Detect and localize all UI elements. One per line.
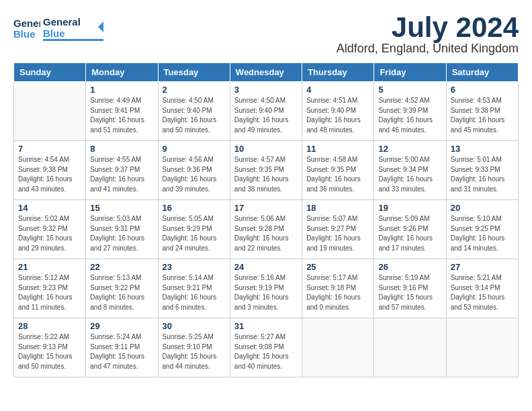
calendar-table: Sunday Monday Tuesday Wednesday Thursday… <box>13 62 519 377</box>
day-number: 6 <box>451 85 514 95</box>
day-info: Sunrise: 5:24 AM Sunset: 9:11 PM Dayligh… <box>90 332 153 371</box>
calendar-cell: 22Sunrise: 5:13 AM Sunset: 9:22 PM Dayli… <box>86 259 158 318</box>
calendar-cell <box>14 82 86 141</box>
calendar-week-row: 14Sunrise: 5:02 AM Sunset: 9:32 PM Dayli… <box>14 200 519 259</box>
day-info: Sunrise: 5:16 AM Sunset: 9:19 PM Dayligh… <box>234 273 298 312</box>
svg-rect-6 <box>43 39 103 41</box>
calendar-cell <box>374 318 446 377</box>
svg-text:General: General <box>43 16 81 28</box>
day-number: 30 <box>163 321 226 331</box>
calendar-header-row: Sunday Monday Tuesday Wednesday Thursday… <box>14 63 519 82</box>
day-number: 17 <box>234 203 298 213</box>
day-number: 26 <box>378 262 441 272</box>
calendar-cell: 24Sunrise: 5:16 AM Sunset: 9:19 PM Dayli… <box>230 259 302 318</box>
day-info: Sunrise: 4:49 AM Sunset: 9:41 PM Dayligh… <box>90 96 153 135</box>
day-info: Sunrise: 5:07 AM Sunset: 9:27 PM Dayligh… <box>306 214 369 253</box>
svg-text:Blue: Blue <box>43 28 65 39</box>
calendar-cell: 30Sunrise: 5:25 AM Sunset: 9:10 PM Dayli… <box>158 318 230 377</box>
day-number: 22 <box>90 262 153 272</box>
day-info: Sunrise: 4:52 AM Sunset: 9:39 PM Dayligh… <box>378 96 441 135</box>
col-saturday: Saturday <box>446 63 518 82</box>
day-number: 15 <box>90 203 153 213</box>
day-number: 28 <box>18 321 81 331</box>
calendar-cell: 25Sunrise: 5:17 AM Sunset: 9:18 PM Dayli… <box>302 259 374 318</box>
day-info: Sunrise: 5:01 AM Sunset: 9:33 PM Dayligh… <box>451 155 514 194</box>
calendar-cell: 23Sunrise: 5:14 AM Sunset: 9:21 PM Dayli… <box>158 259 230 318</box>
day-number: 24 <box>234 262 298 272</box>
calendar-cell: 31Sunrise: 5:27 AM Sunset: 9:08 PM Dayli… <box>230 318 302 377</box>
day-number: 11 <box>306 144 369 154</box>
calendar-week-row: 28Sunrise: 5:22 AM Sunset: 9:13 PM Dayli… <box>14 318 519 377</box>
svg-text:General: General <box>13 17 40 29</box>
day-number: 19 <box>378 203 441 213</box>
calendar-cell: 5Sunrise: 4:52 AM Sunset: 9:39 PM Daylig… <box>374 82 446 141</box>
calendar-cell: 18Sunrise: 5:07 AM Sunset: 9:27 PM Dayli… <box>302 200 374 259</box>
day-number: 27 <box>451 262 514 272</box>
day-number: 12 <box>378 144 441 154</box>
day-info: Sunrise: 5:17 AM Sunset: 9:18 PM Dayligh… <box>306 273 369 312</box>
calendar-cell: 20Sunrise: 5:10 AM Sunset: 9:25 PM Dayli… <box>446 200 518 259</box>
calendar-cell <box>302 318 374 377</box>
svg-text:Blue: Blue <box>13 28 36 40</box>
calendar-cell: 9Sunrise: 4:56 AM Sunset: 9:36 PM Daylig… <box>158 141 230 200</box>
logo: General Blue General Blue <box>13 13 103 43</box>
day-info: Sunrise: 5:00 AM Sunset: 9:34 PM Dayligh… <box>378 155 441 194</box>
day-number: 10 <box>234 144 298 154</box>
day-info: Sunrise: 5:03 AM Sunset: 9:31 PM Dayligh… <box>90 214 153 253</box>
calendar-week-row: 21Sunrise: 5:12 AM Sunset: 9:23 PM Dayli… <box>14 259 519 318</box>
day-number: 3 <box>234 85 298 95</box>
day-info: Sunrise: 5:22 AM Sunset: 9:13 PM Dayligh… <box>18 332 81 371</box>
day-info: Sunrise: 4:50 AM Sunset: 9:40 PM Dayligh… <box>163 96 226 135</box>
calendar-cell: 17Sunrise: 5:06 AM Sunset: 9:28 PM Dayli… <box>230 200 302 259</box>
col-sunday: Sunday <box>14 63 86 82</box>
page-header: General Blue General Blue July 2024 Aldf… <box>13 13 519 56</box>
day-info: Sunrise: 4:58 AM Sunset: 9:35 PM Dayligh… <box>306 155 369 194</box>
day-info: Sunrise: 4:57 AM Sunset: 9:35 PM Dayligh… <box>234 155 298 194</box>
logo-icon: General Blue <box>13 15 40 42</box>
day-number: 29 <box>90 321 153 331</box>
day-number: 13 <box>451 144 514 154</box>
day-info: Sunrise: 4:51 AM Sunset: 9:40 PM Dayligh… <box>306 96 369 135</box>
day-number: 8 <box>90 144 153 154</box>
calendar-cell: 28Sunrise: 5:22 AM Sunset: 9:13 PM Dayli… <box>14 318 86 377</box>
day-info: Sunrise: 4:55 AM Sunset: 9:37 PM Dayligh… <box>90 155 153 194</box>
day-info: Sunrise: 4:53 AM Sunset: 9:38 PM Dayligh… <box>451 96 514 135</box>
day-info: Sunrise: 5:12 AM Sunset: 9:23 PM Dayligh… <box>18 273 81 312</box>
calendar-cell: 7Sunrise: 4:54 AM Sunset: 9:38 PM Daylig… <box>14 141 86 200</box>
day-number: 2 <box>163 85 226 95</box>
calendar-cell: 10Sunrise: 4:57 AM Sunset: 9:35 PM Dayli… <box>230 141 302 200</box>
calendar-cell: 3Sunrise: 4:50 AM Sunset: 9:40 PM Daylig… <box>230 82 302 141</box>
calendar-cell: 4Sunrise: 4:51 AM Sunset: 9:40 PM Daylig… <box>302 82 374 141</box>
calendar-cell: 27Sunrise: 5:21 AM Sunset: 9:14 PM Dayli… <box>446 259 518 318</box>
day-info: Sunrise: 5:27 AM Sunset: 9:08 PM Dayligh… <box>234 332 298 371</box>
col-thursday: Thursday <box>302 63 374 82</box>
day-info: Sunrise: 5:06 AM Sunset: 9:28 PM Dayligh… <box>234 214 298 253</box>
day-info: Sunrise: 4:56 AM Sunset: 9:36 PM Dayligh… <box>163 155 226 194</box>
day-number: 18 <box>306 203 369 213</box>
day-number: 21 <box>18 262 81 272</box>
day-number: 14 <box>18 203 81 213</box>
location: Aldford, England, United Kingdom <box>337 42 519 56</box>
calendar-cell: 6Sunrise: 4:53 AM Sunset: 9:38 PM Daylig… <box>446 82 518 141</box>
day-info: Sunrise: 5:05 AM Sunset: 9:29 PM Dayligh… <box>163 214 226 253</box>
col-tuesday: Tuesday <box>158 63 230 82</box>
day-number: 7 <box>18 144 81 154</box>
col-friday: Friday <box>374 63 446 82</box>
calendar-week-row: 7Sunrise: 4:54 AM Sunset: 9:38 PM Daylig… <box>14 141 519 200</box>
day-number: 9 <box>163 144 226 154</box>
calendar-cell <box>446 318 518 377</box>
calendar-cell: 19Sunrise: 5:09 AM Sunset: 9:26 PM Dayli… <box>374 200 446 259</box>
day-info: Sunrise: 5:13 AM Sunset: 9:22 PM Dayligh… <box>90 273 153 312</box>
day-number: 20 <box>451 203 514 213</box>
calendar-cell: 26Sunrise: 5:19 AM Sunset: 9:16 PM Dayli… <box>374 259 446 318</box>
day-info: Sunrise: 5:09 AM Sunset: 9:26 PM Dayligh… <box>378 214 441 253</box>
day-info: Sunrise: 5:25 AM Sunset: 9:10 PM Dayligh… <box>163 332 226 371</box>
day-info: Sunrise: 5:02 AM Sunset: 9:32 PM Dayligh… <box>18 214 81 253</box>
day-number: 23 <box>163 262 226 272</box>
day-number: 31 <box>234 321 298 331</box>
calendar-cell: 2Sunrise: 4:50 AM Sunset: 9:40 PM Daylig… <box>158 82 230 141</box>
calendar-cell: 16Sunrise: 5:05 AM Sunset: 9:29 PM Dayli… <box>158 200 230 259</box>
calendar-cell: 8Sunrise: 4:55 AM Sunset: 9:37 PM Daylig… <box>86 141 158 200</box>
month-title: July 2024 <box>337 13 519 42</box>
day-number: 16 <box>163 203 226 213</box>
